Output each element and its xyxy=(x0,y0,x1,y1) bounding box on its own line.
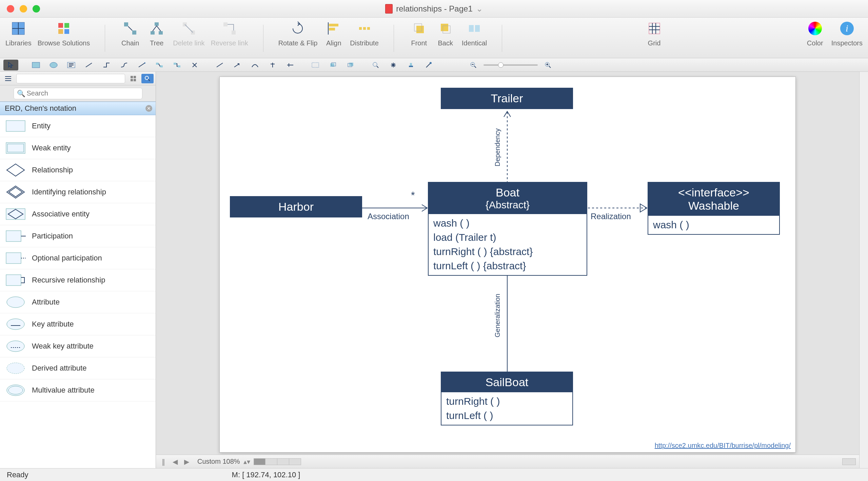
pause-icon[interactable]: ‖ xyxy=(159,458,167,466)
svg-rect-7 xyxy=(124,22,128,26)
harbor-class[interactable]: Harbor xyxy=(231,197,361,217)
vertical-scrollbar[interactable] xyxy=(859,72,868,468)
group-tool[interactable] xyxy=(308,60,323,70)
connector-4[interactable] xyxy=(134,60,149,70)
library-filter-input[interactable] xyxy=(16,74,125,83)
washable-interface-head[interactable]: <<interface>> Washable xyxy=(648,183,779,216)
prev-page-button[interactable]: ◀ xyxy=(171,458,179,466)
svg-rect-55 xyxy=(312,63,319,67)
boat-class-head[interactable]: Boat {Abstract} xyxy=(429,183,587,214)
identical-button[interactable]: Identical xyxy=(462,20,487,47)
source-url[interactable]: http://sce2.umkc.edu/BIT/burrise/pl/mode… xyxy=(655,442,791,449)
view-mode-icon[interactable] xyxy=(842,458,856,465)
tree-button[interactable]: Tree xyxy=(146,20,167,47)
next-page-button[interactable]: ▶ xyxy=(182,458,191,466)
grid-button[interactable]: Grid xyxy=(644,20,665,47)
realization-label: Realization xyxy=(591,212,631,221)
diagram-canvas[interactable]: Trailer Harbor Boat {Abstract} wash ( ) … xyxy=(219,77,796,453)
color-button[interactable]: Color xyxy=(805,20,825,47)
zoom-slider[interactable] xyxy=(484,64,538,66)
svg-line-67 xyxy=(474,66,476,68)
minimize-window-button[interactable] xyxy=(20,5,27,13)
shape-item-attribute[interactable]: Attribute xyxy=(0,291,156,313)
front-button[interactable]: Front xyxy=(409,20,429,47)
library-list-icon[interactable] xyxy=(2,74,14,83)
shape-item-associative-entity[interactable]: Associative entity xyxy=(0,203,156,225)
shape-item-weak-entity[interactable]: Weak entity xyxy=(0,137,156,159)
inspectors-button[interactable]: i Inspectors xyxy=(831,20,863,47)
arrow-tool[interactable] xyxy=(230,60,245,70)
sailboat-class-head[interactable]: SailBoat xyxy=(441,372,572,392)
close-category-button[interactable]: ✕ xyxy=(145,105,152,112)
rect-tool[interactable] xyxy=(28,60,43,70)
connector-2[interactable] xyxy=(99,60,114,70)
connector-5[interactable] xyxy=(152,60,167,70)
stamp-tool[interactable] xyxy=(403,60,418,70)
layer-tool-2[interactable] xyxy=(343,60,358,70)
shape-item-entity[interactable]: Entity xyxy=(0,115,156,137)
shape-item-multivalue-attribute[interactable]: Multivalue attribute xyxy=(0,379,156,401)
shape-item-key-attribute[interactable]: Key attribute xyxy=(0,313,156,335)
library-search-toggle[interactable] xyxy=(141,74,154,83)
shape-item-label: Associative entity xyxy=(32,210,90,218)
ellipse-tool[interactable] xyxy=(46,60,61,70)
boat-class-body[interactable]: wash ( ) load (Trailer t) turnRight ( ) … xyxy=(429,214,587,275)
status-ready: Ready xyxy=(7,470,28,479)
shape-thumb-icon xyxy=(5,316,26,332)
zoom-level[interactable]: Custom 108% xyxy=(197,458,240,465)
shape-item-label: Derived attribute xyxy=(32,364,86,373)
shape-item-relationship[interactable]: Relationship xyxy=(0,159,156,181)
back-button[interactable]: Back xyxy=(435,20,456,47)
align-h-tool[interactable] xyxy=(283,60,298,70)
zoom-stepper-icon[interactable]: ▴▾ xyxy=(243,458,250,466)
svg-rect-44 xyxy=(156,63,159,65)
connector-1[interactable] xyxy=(81,60,96,70)
align-button[interactable]: Align xyxy=(323,20,344,47)
layer-tool-1[interactable] xyxy=(326,60,340,70)
eyedropper-tool[interactable] xyxy=(421,60,436,70)
shape-item-participation[interactable]: Participation xyxy=(0,225,156,247)
align-v-tool[interactable] xyxy=(265,60,280,70)
svg-point-43 xyxy=(144,62,145,64)
delete-tool[interactable] xyxy=(187,60,202,70)
washable-interface-body[interactable]: wash ( ) xyxy=(648,216,779,234)
search-icon: 🔍 xyxy=(17,89,25,98)
shape-item-label: Entity xyxy=(32,122,51,130)
connector-6[interactable] xyxy=(170,60,184,70)
shape-item-weak-key-attribute[interactable]: Weak key attribute xyxy=(0,335,156,357)
pointer-tool[interactable] xyxy=(3,60,18,70)
rotate-flip-button[interactable]: Rotate & Flip xyxy=(278,20,318,47)
zoom-out-button[interactable] xyxy=(466,60,481,70)
shape-item-optional-participation[interactable]: Optional participation xyxy=(0,247,156,269)
category-header[interactable]: ERD, Chen's notation ✕ xyxy=(0,102,156,115)
library-grid-icon[interactable] xyxy=(127,74,139,83)
shape-item-derived-attribute[interactable]: Derived attribute xyxy=(0,357,156,379)
curve-tool[interactable] xyxy=(248,60,262,70)
close-window-button[interactable] xyxy=(7,5,14,13)
zoom-tool[interactable] xyxy=(368,60,383,70)
svg-rect-10 xyxy=(155,22,159,26)
shape-thumb-icon xyxy=(5,162,26,178)
connector-3[interactable] xyxy=(117,60,132,70)
zoom-in-button[interactable] xyxy=(540,60,555,70)
svg-rect-89 xyxy=(6,275,21,286)
association-label: Association xyxy=(368,212,409,221)
browse-solutions-button[interactable]: Browse Solutions xyxy=(38,20,90,47)
shape-search-input[interactable] xyxy=(14,88,142,99)
shape-list: EntityWeak entityRelationshipIdentifying… xyxy=(0,115,156,468)
line-tool[interactable] xyxy=(212,60,227,70)
text-tool[interactable] xyxy=(64,60,79,70)
svg-rect-81 xyxy=(6,121,25,131)
chain-button[interactable]: Chain xyxy=(120,20,140,47)
shape-toolbar xyxy=(0,58,868,72)
shape-item-identifying-relationship[interactable]: Identifying relationship xyxy=(0,181,156,203)
shape-item-recursive-relationship[interactable]: Recursive relationship xyxy=(0,269,156,291)
distribute-button[interactable]: Distribute xyxy=(350,20,378,47)
trailer-class[interactable]: Trailer xyxy=(441,88,572,108)
maximize-window-button[interactable] xyxy=(33,5,40,13)
libraries-button[interactable]: Libraries xyxy=(5,20,32,47)
title-dropdown-icon[interactable]: ⌄ xyxy=(476,4,483,14)
pan-tool[interactable] xyxy=(386,60,401,70)
sailboat-class-body[interactable]: turnRight ( ) turnLeft ( ) xyxy=(441,392,572,425)
status-bar: Ready M: [ 192.74, 102.10 ] xyxy=(0,468,868,481)
